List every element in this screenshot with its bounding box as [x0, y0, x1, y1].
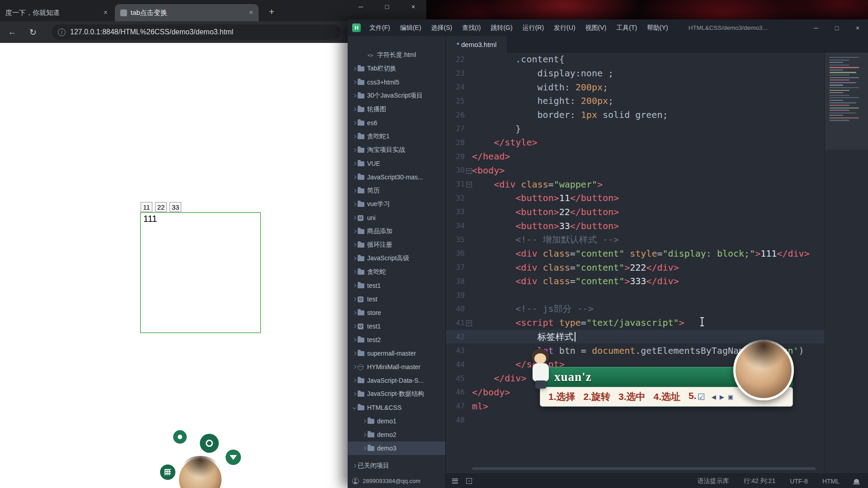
fold-icon[interactable] [465, 330, 472, 344]
code-line[interactable]: 48 [446, 413, 825, 427]
code-line[interactable]: 40 <!-- js部分 --> [446, 302, 825, 316]
menu-item[interactable]: 查找(I) [457, 24, 486, 32]
fold-icon[interactable] [465, 385, 472, 399]
explorer-item[interactable]: css3+html5 [348, 75, 445, 89]
fold-icon[interactable] [465, 233, 472, 247]
maximize-button[interactable]: □ [374, 0, 400, 14]
explorer-item[interactable]: 贪吃蛇 [348, 265, 445, 279]
menu-item[interactable]: 工具(T) [611, 24, 642, 32]
language-mode[interactable]: HTML [822, 478, 840, 485]
fold-icon[interactable] [465, 205, 472, 219]
fold-icon[interactable] [465, 371, 472, 385]
explorer-item[interactable]: 淘宝项目实战 [348, 143, 445, 157]
explorer-item[interactable]: HYMiniMall-master [348, 360, 445, 374]
explorer-item[interactable]: supermall-master [348, 347, 445, 360]
explorer-item[interactable]: JavaScript-数据结构 [348, 387, 445, 401]
explorer-item[interactable]: test2 [348, 333, 445, 347]
page-tab-button[interactable]: 22 [155, 202, 167, 212]
fold-icon[interactable] [465, 413, 472, 427]
address-bar[interactable]: 127.0.0.1:8848/HTML%26CSS/demo3/demo3.ht… [52, 24, 341, 40]
browser-tab-baidu[interactable]: 度一下，你就知道 × [0, 4, 113, 21]
code-line[interactable]: 33 <button>22</button> [446, 205, 825, 219]
fold-icon[interactable] [465, 343, 472, 357]
ime-candidate[interactable]: 3.选中 [618, 390, 646, 403]
fold-icon[interactable] [465, 52, 472, 66]
minimize-button[interactable]: ─ [806, 19, 826, 36]
back-icon[interactable]: ← [7, 27, 17, 37]
explorer-item[interactable]: demo3 [348, 441, 445, 455]
code-line[interactable]: 39 [446, 288, 825, 302]
ime-candidate[interactable]: 4.选址 [654, 390, 681, 403]
minimap[interactable] [825, 52, 868, 474]
page-tab-button[interactable]: 33 [170, 202, 181, 212]
tab-close-icon[interactable]: × [104, 9, 108, 17]
code-line[interactable]: 29 </head> [446, 150, 825, 164]
maximize-button[interactable]: □ [826, 19, 847, 36]
code-line[interactable]: 28 </style> [446, 136, 825, 150]
explorer-item[interactable]: JavaScript30-mas... [348, 170, 445, 184]
explorer-item[interactable]: 字符长度.html [348, 48, 445, 62]
explorer-item[interactable]: HTML&CSS [348, 401, 445, 414]
explorer-item[interactable]: 简历 [348, 184, 445, 197]
outline-icon[interactable] [452, 479, 458, 483]
explorer-item[interactable]: 30个JavaScript项目 [348, 89, 445, 103]
code-line[interactable]: 25 height: 200px; [446, 94, 825, 108]
menu-item[interactable]: 运行(R) [518, 24, 549, 32]
refresh-icon[interactable]: ↻ [28, 27, 38, 38]
notifications-bell-icon[interactable] [854, 479, 859, 483]
fold-icon[interactable] [465, 274, 472, 288]
fold-icon[interactable] [465, 94, 472, 108]
code-line[interactable]: 37 <div class="content">222</div> [446, 260, 825, 274]
code-line[interactable]: 26 border: 1px solid green; [446, 108, 825, 122]
menu-item[interactable]: 帮助(Y) [642, 24, 673, 32]
close-button[interactable]: × [847, 19, 868, 36]
code-line[interactable]: 22 .content{ [446, 52, 825, 66]
fold-icon[interactable] [465, 260, 472, 274]
menu-item[interactable]: 文件(F) [364, 24, 395, 32]
fold-icon[interactable] [465, 247, 472, 261]
explorer-item[interactable]: test1 [348, 319, 445, 333]
explorer-item[interactable]: Tab栏切换 [348, 62, 445, 75]
explorer-item[interactable]: test [348, 292, 445, 306]
close-button[interactable]: × [400, 0, 426, 14]
explorer-item[interactable]: uni [348, 211, 445, 225]
encoding-label[interactable]: UTF-8 [790, 478, 808, 485]
menu-item[interactable]: 编辑(E) [395, 24, 426, 32]
fold-icon[interactable] [465, 108, 472, 122]
fold-icon[interactable] [465, 122, 472, 136]
preview-icon[interactable] [466, 478, 472, 484]
code-line[interactable]: 35 <!-- 增加默认样式 --> [446, 233, 825, 247]
explorer-item[interactable]: es6 [348, 116, 445, 130]
explorer-item[interactable]: store [348, 306, 445, 319]
explorer-item[interactable]: demo2 [348, 428, 445, 441]
ime-candidate[interactable]: 5. [689, 390, 697, 403]
ime-candidate[interactable]: 2.旋转 [584, 390, 611, 403]
fold-icon[interactable] [465, 302, 472, 316]
browser-tab-demo3[interactable]: tab点击变换 × [115, 4, 259, 21]
minimize-button[interactable]: ─ [348, 0, 374, 14]
code-line[interactable]: 32 <button>11</button> [446, 191, 825, 205]
syntax-lib-label[interactable]: 语法提示库 [697, 477, 729, 485]
code-line[interactable]: 41 <script type="text/javascript"> [446, 316, 825, 330]
code-line[interactable]: 24 width: 200px; [446, 80, 825, 94]
fold-icon[interactable] [465, 66, 472, 80]
checkbox-icon[interactable]: ☑ [698, 392, 705, 402]
fold-icon[interactable] [465, 399, 472, 413]
code-line[interactable]: 30 <body> [446, 164, 825, 178]
site-info-icon[interactable] [58, 28, 66, 36]
code-line[interactable]: 38 <div class="content">333</div> [446, 274, 825, 288]
explorer-item[interactable]: demo1 [348, 414, 445, 428]
menu-item[interactable]: 视图(V) [580, 24, 612, 32]
code-line[interactable]: 27 } [446, 122, 825, 136]
explorer-item[interactable]: JavaScript-Data-S... [348, 374, 445, 387]
new-tab-button[interactable]: + [266, 6, 278, 18]
code-line[interactable]: 23 display:none ; [446, 66, 825, 80]
menu-item[interactable]: 发行(U) [549, 24, 580, 32]
closed-projects-row[interactable]: 已关闭项目 [348, 459, 445, 473]
code-line[interactable]: 34 <button>33</button> [446, 219, 825, 233]
fold-icon[interactable] [465, 136, 472, 150]
code-line[interactable]: 31 <div class="wapper"> [446, 177, 825, 191]
account-row[interactable]: 2899093384@qq.com [348, 474, 445, 488]
page-tab-button[interactable]: 11 [141, 202, 152, 212]
fold-icon[interactable] [465, 357, 472, 371]
